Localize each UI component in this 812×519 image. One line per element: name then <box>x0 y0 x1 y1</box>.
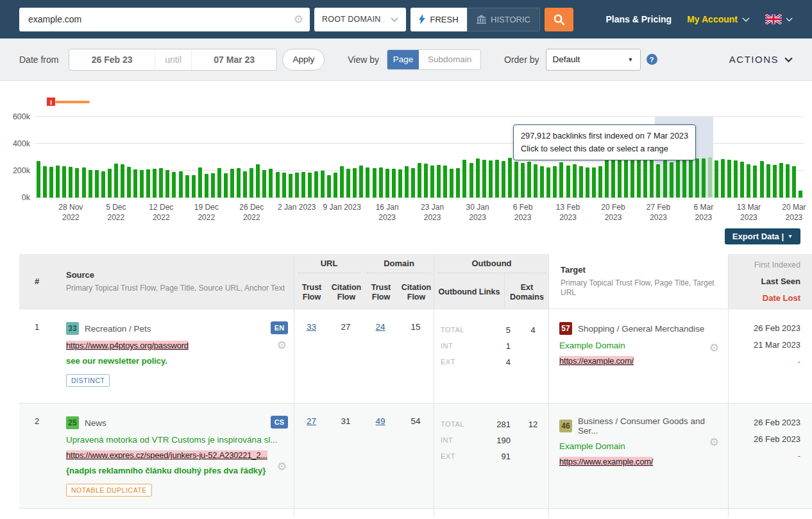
chart-bar[interactable] <box>495 160 499 198</box>
chart-bar[interactable] <box>327 175 331 198</box>
header-first-indexed[interactable]: First Indexed <box>754 257 800 273</box>
chart-bar[interactable] <box>217 168 221 198</box>
chart-bar[interactable] <box>624 158 628 198</box>
chart-bar[interactable] <box>359 166 363 198</box>
gear-icon[interactable]: ⚙︎ <box>709 437 719 448</box>
chart-bar[interactable] <box>702 158 706 198</box>
chart-bar[interactable] <box>715 160 718 198</box>
target-url-link[interactable]: https://example.com/ <box>559 356 634 366</box>
source-url-link[interactable]: https://www.expres.cz/speed/junkers-ju-5… <box>66 450 267 460</box>
header-domain-citation-flow[interactable]: Citation Flow <box>398 273 434 309</box>
historic-index-button[interactable]: HISTORIC <box>467 8 540 31</box>
chart-bar[interactable] <box>165 170 169 198</box>
chart-bar[interactable] <box>289 174 292 198</box>
chart-bar[interactable] <box>708 157 712 198</box>
chart-bar[interactable] <box>385 169 389 198</box>
chart-bar[interactable] <box>140 170 144 198</box>
chart-bar[interactable] <box>179 171 183 198</box>
chart-bar[interactable] <box>56 166 60 198</box>
chart-bar[interactable] <box>586 167 589 198</box>
chart-bar[interactable] <box>256 164 260 198</box>
chart-bar[interactable] <box>146 169 150 198</box>
index-scope-select[interactable]: ROOT DOMAIN <box>314 8 406 31</box>
chart-bar[interactable] <box>205 174 208 198</box>
chart-bar[interactable] <box>579 166 583 198</box>
plans-pricing-link[interactable]: Plans & Pricing <box>605 14 672 24</box>
info-icon[interactable]: i <box>47 98 55 106</box>
header-last-seen[interactable]: Last Seen <box>761 273 800 290</box>
gear-icon[interactable]: ⚙︎ <box>277 340 287 351</box>
chart-bar[interactable] <box>534 164 537 198</box>
chart-bar[interactable] <box>430 166 434 198</box>
help-icon[interactable]: ? <box>647 54 657 65</box>
chart-bar[interactable] <box>392 169 396 198</box>
chart-bar[interactable] <box>398 169 402 198</box>
chart-bar[interactable] <box>411 168 415 198</box>
chart-bar[interactable] <box>366 167 369 198</box>
chart-bar[interactable] <box>437 165 441 198</box>
chart-bar[interactable] <box>282 173 286 198</box>
chart-bar[interactable] <box>721 159 725 198</box>
chart-bar[interactable] <box>773 165 777 198</box>
chart-bar[interactable] <box>462 160 466 198</box>
chart-bar[interactable] <box>521 163 525 198</box>
chart-bar[interactable] <box>405 166 409 198</box>
chart-bar[interactable] <box>198 167 202 198</box>
chart-bar[interactable] <box>443 166 447 198</box>
chart-bar[interactable] <box>334 173 337 198</box>
chart-bar[interactable] <box>450 169 453 198</box>
chart-bar[interactable] <box>670 162 673 198</box>
header-ext-domains[interactable]: Ext Domains <box>504 273 549 309</box>
my-account-menu[interactable]: My Account <box>687 14 750 24</box>
language-selector[interactable] <box>765 14 793 24</box>
chart-bar[interactable] <box>192 175 196 198</box>
chart-bar[interactable] <box>373 168 376 198</box>
chart-bar[interactable] <box>185 175 189 198</box>
chart-bar[interactable] <box>760 161 764 198</box>
chart-bar[interactable] <box>779 163 783 198</box>
chart-bar[interactable] <box>618 156 622 198</box>
chart-bar[interactable] <box>172 172 176 198</box>
chart-bar[interactable] <box>766 164 770 198</box>
domain-trust-flow-link[interactable]: 49 <box>375 416 385 426</box>
chart-bar[interactable] <box>308 173 312 198</box>
chart-bar[interactable] <box>663 160 667 198</box>
chart-bar[interactable] <box>734 160 738 198</box>
source-url-link[interactable]: https://www.p4ptoys.org/password <box>66 341 189 350</box>
chart-bar[interactable] <box>682 157 686 198</box>
chart-bar[interactable] <box>747 164 750 198</box>
actions-menu[interactable]: ACTIONS <box>729 54 793 65</box>
chart-bar[interactable] <box>133 169 137 198</box>
chart-bar[interactable] <box>159 168 163 198</box>
gear-icon[interactable]: ⚙︎ <box>709 343 719 353</box>
chart-bar[interactable] <box>224 173 228 198</box>
search-settings-gear-icon[interactable]: ⚙︎ <box>294 14 303 25</box>
gear-icon[interactable]: ⚙︎ <box>277 461 287 472</box>
header-date-lost[interactable]: Date Lost <box>763 290 800 307</box>
export-data-button[interactable]: Export Data | ▼ <box>725 228 800 244</box>
chart-bar[interactable] <box>592 167 596 198</box>
chart-bar[interactable] <box>605 160 609 198</box>
chart-bar[interactable] <box>630 160 634 198</box>
target-url-link[interactable]: https://www.example.com/ <box>559 457 653 466</box>
chart-bar[interactable] <box>340 166 344 198</box>
chart-bar[interactable] <box>95 170 99 198</box>
fresh-index-button[interactable]: FRESH <box>410 8 467 31</box>
chart-bar[interactable] <box>753 166 757 198</box>
chart-bar[interactable] <box>695 158 699 198</box>
chart-bar[interactable] <box>43 166 47 198</box>
chart-bar[interactable] <box>75 168 79 198</box>
chart-bar[interactable] <box>489 160 493 198</box>
url-trust-flow-link[interactable]: 33 <box>307 322 316 332</box>
chart-bar[interactable] <box>89 170 92 198</box>
chart-bar[interactable] <box>69 167 72 198</box>
apply-button[interactable]: Apply <box>282 49 325 71</box>
view-by-subdomain-button[interactable]: Subdomain <box>419 50 480 69</box>
domain-trust-flow-link[interactable]: 24 <box>375 322 385 332</box>
date-until-input[interactable]: 07 Mar 23 <box>192 55 277 65</box>
chart-bar[interactable] <box>346 169 350 198</box>
chart-bar[interactable] <box>211 173 215 198</box>
chart-bar[interactable] <box>650 159 654 198</box>
chart-bar[interactable] <box>598 166 602 198</box>
chart-bar[interactable] <box>786 164 790 198</box>
